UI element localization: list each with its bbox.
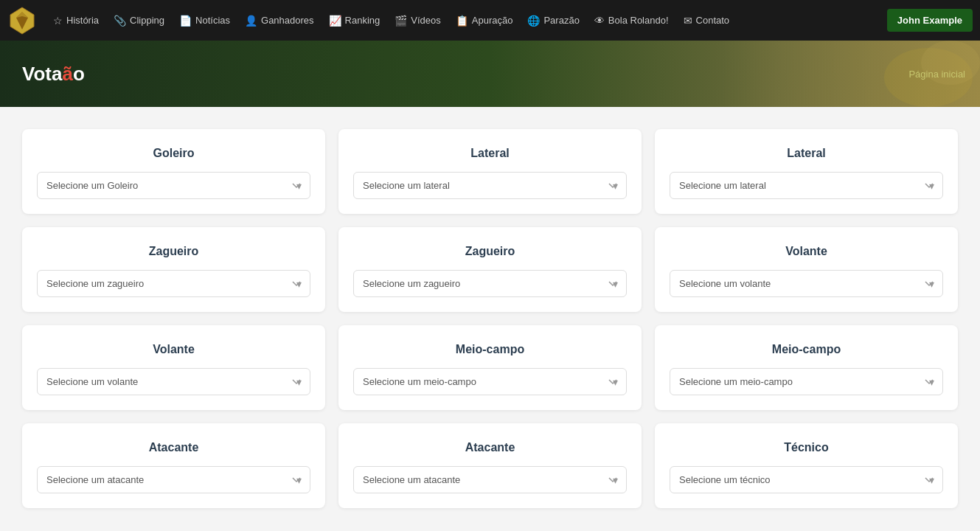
clipping-icon: 📎	[114, 15, 126, 27]
select-wrapper-volante-2: Selecione um volante	[37, 368, 310, 395]
nav-item-parazao[interactable]: 🌐Parazão	[520, 10, 586, 31]
select-meio-campo-2[interactable]: Selecione um meio-campo	[670, 368, 943, 395]
select-wrapper-volante-1: Selecione um volante	[670, 270, 943, 297]
select-wrapper-zagueiro-1: Selecione um zagueiro	[37, 270, 310, 297]
card-title-zagueiro-2: Zagueiro	[353, 245, 627, 258]
card-atacante-2: AtacanteSelecione um atacante	[338, 423, 642, 508]
ganhadores-icon: 👤	[245, 15, 257, 27]
nav-item-clipping[interactable]: 📎Clipping	[106, 10, 172, 31]
nav-item-noticias[interactable]: 📄Notícias	[172, 10, 237, 31]
select-lateral-1[interactable]: Selecione um lateral	[353, 172, 627, 199]
card-title-meio-campo-1: Meio-campo	[353, 343, 627, 356]
nav-item-contato[interactable]: ✉Contato	[676, 10, 737, 31]
historia-icon: ☆	[53, 15, 63, 27]
card-zagueiro-2: ZagueiroSelecione um zagueiro	[338, 227, 642, 312]
card-meio-campo-1: Meio-campoSelecione um meio-campo	[338, 325, 642, 410]
select-volante-2[interactable]: Selecione um volante	[37, 368, 310, 395]
card-title-lateral-2: Lateral	[670, 147, 943, 160]
main-content: GoleiroSelecione um GoleiroLateralSeleci…	[0, 107, 980, 530]
card-goleiro: GoleiroSelecione um Goleiro	[22, 129, 325, 214]
card-title-atacante-2: Atacante	[353, 441, 627, 454]
select-zagueiro-2[interactable]: Selecione um zagueiro	[353, 270, 627, 297]
card-title-zagueiro-1: Zagueiro	[37, 245, 310, 258]
contato-icon: ✉	[684, 15, 692, 27]
select-meio-campo-1[interactable]: Selecione um meio-campo	[353, 368, 627, 395]
card-meio-campo-2: Meio-campoSelecione um meio-campo	[655, 325, 958, 410]
breadcrumb[interactable]: Página inicial	[908, 69, 965, 80]
nav-label-apuracao: Apuração	[472, 15, 513, 26]
hero-banner: Votaão Página inicial	[0, 41, 980, 107]
nav-item-ranking[interactable]: 📈Ranking	[322, 10, 388, 31]
card-volante-2: VolanteSelecione um volante	[22, 325, 325, 410]
card-title-volante-2: Volante	[37, 343, 310, 356]
nav-item-videos[interactable]: 🎬Vídeos	[387, 10, 448, 31]
card-title-lateral-1: Lateral	[353, 147, 627, 160]
noticias-icon: 📄	[179, 15, 192, 27]
nav-label-bola-rolando: Bola Rolando!	[608, 15, 669, 26]
nav-label-noticias: Notícias	[195, 15, 230, 26]
select-zagueiro-1[interactable]: Selecione um zagueiro	[37, 270, 310, 297]
nav-label-historia: História	[66, 15, 99, 26]
card-lateral-2: LateralSelecione um lateral	[655, 129, 958, 214]
select-wrapper-lateral-2: Selecione um lateral	[670, 172, 943, 199]
cards-grid: GoleiroSelecione um GoleiroLateralSeleci…	[22, 129, 958, 508]
select-wrapper-lateral-1: Selecione um lateral	[353, 172, 627, 199]
navbar: ☆História📎Clipping📄Notícias👤Ganhadores📈R…	[0, 0, 980, 41]
card-title-meio-campo-2: Meio-campo	[670, 343, 943, 356]
bola-rolando-icon: 👁	[594, 15, 605, 27]
select-wrapper-meio-campo-2: Selecione um meio-campo	[670, 368, 943, 395]
nav-item-historia[interactable]: ☆História	[46, 10, 106, 31]
parazao-icon: 🌐	[527, 15, 540, 27]
select-lateral-2[interactable]: Selecione um lateral	[670, 172, 943, 199]
videos-icon: 🎬	[395, 15, 407, 27]
ranking-icon: 📈	[329, 15, 341, 27]
card-lateral-1: LateralSelecione um lateral	[338, 129, 642, 214]
page-title: Votaão	[0, 63, 85, 86]
nav-items-container: ☆História📎Clipping📄Notícias👤Ganhadores📈R…	[46, 10, 737, 31]
select-wrapper-zagueiro-2: Selecione um zagueiro	[353, 270, 627, 297]
user-menu-button[interactable]: John Example	[887, 9, 973, 32]
nav-label-ganhadores: Ganhadores	[261, 15, 314, 26]
select-wrapper-goleiro: Selecione um Goleiro	[37, 172, 310, 199]
nav-item-bola-rolando[interactable]: 👁Bola Rolando!	[587, 10, 676, 31]
card-title-volante-1: Volante	[670, 245, 943, 258]
nav-label-contato: Contato	[696, 15, 730, 26]
nav-label-clipping: Clipping	[130, 15, 164, 26]
card-zagueiro-1: ZagueiroSelecione um zagueiro	[22, 227, 325, 312]
nav-item-ganhadores[interactable]: 👤Ganhadores	[237, 10, 322, 31]
select-atacante-2[interactable]: Selecione um atacante	[353, 466, 627, 493]
card-title-goleiro: Goleiro	[37, 147, 310, 160]
card-tecnico: TécnicoSelecione um técnico	[655, 423, 958, 508]
select-volante-1[interactable]: Selecione um volante	[670, 270, 943, 297]
card-volante-1: VolanteSelecione um volante	[655, 227, 958, 312]
apuracao-icon: 📋	[456, 15, 468, 27]
card-title-atacante-1: Atacante	[37, 441, 310, 454]
select-wrapper-atacante-2: Selecione um atacante	[353, 466, 627, 493]
select-atacante-1[interactable]: Selecione um atacante	[37, 466, 310, 493]
card-title-tecnico: Técnico	[670, 441, 943, 454]
nav-item-apuracao[interactable]: 📋Apuração	[448, 10, 521, 31]
select-wrapper-tecnico: Selecione um técnico	[670, 466, 943, 493]
nav-label-parazao: Parazão	[543, 15, 579, 26]
select-tecnico[interactable]: Selecione um técnico	[670, 466, 943, 493]
nav-label-videos: Vídeos	[411, 15, 440, 26]
select-wrapper-meio-campo-1: Selecione um meio-campo	[353, 368, 627, 395]
nav-label-ranking: Ranking	[345, 15, 380, 26]
site-logo[interactable]	[7, 6, 37, 35]
select-wrapper-atacante-1: Selecione um atacante	[37, 466, 310, 493]
select-goleiro[interactable]: Selecione um Goleiro	[37, 172, 310, 199]
card-atacante-1: AtacanteSelecione um atacante	[22, 423, 325, 508]
